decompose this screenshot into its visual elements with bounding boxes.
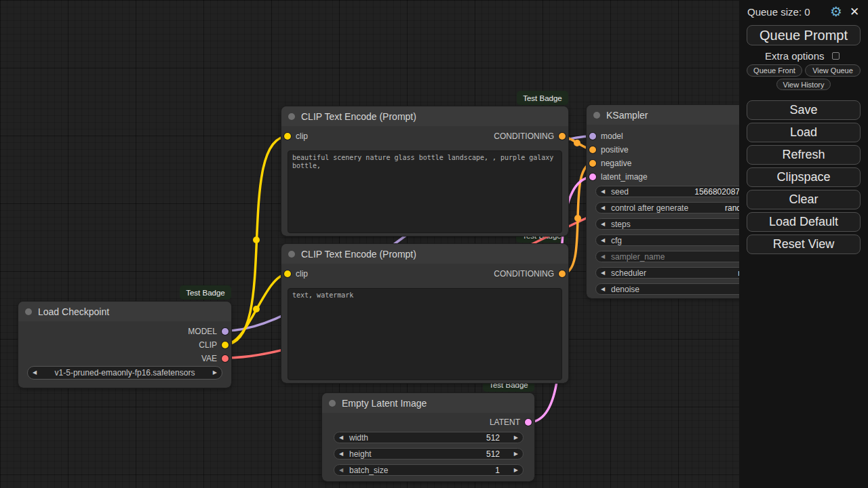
- prev-arrow-icon[interactable]: ◀: [33, 370, 37, 375]
- load-button[interactable]: Load: [747, 123, 861, 142]
- link-midpoint-dot: [253, 237, 260, 243]
- conditioning-slot-dot[interactable]: [559, 133, 566, 140]
- output-slot-conditioning[interactable]: CONDITIONING: [494, 129, 566, 143]
- model-slot-dot[interactable]: [222, 328, 229, 335]
- clip-slot-dot[interactable]: [222, 342, 229, 348]
- widget-label: scheduler: [611, 268, 646, 278]
- prompt-text-area[interactable]: beautiful scenery nature glass bottle la…: [288, 150, 562, 233]
- latent-slot-dot[interactable]: [589, 174, 596, 180]
- clear-button[interactable]: Clear: [747, 190, 861, 209]
- slot-label: model: [601, 131, 623, 141]
- slot-label: LATENT: [490, 418, 520, 427]
- input-slot-clip[interactable]: clip: [284, 129, 308, 143]
- load-default-button[interactable]: Load Default: [747, 212, 861, 232]
- clipspace-button[interactable]: Clipspace: [747, 167, 861, 187]
- prev-arrow-icon[interactable]: ◀: [601, 270, 605, 276]
- conditioning-slot-dot[interactable]: [559, 270, 566, 277]
- slot-label: clip: [296, 131, 308, 141]
- collapse-dot-icon[interactable]: [329, 400, 336, 407]
- node-title-bar[interactable]: CLIP Text Encode (Prompt): [281, 244, 568, 264]
- extra-options-checkbox[interactable]: [832, 52, 840, 60]
- queue-size-label: Queue size: 0: [747, 6, 810, 18]
- node-title-bar[interactable]: CLIP Text Encode (Prompt): [281, 106, 568, 126]
- slot-label: CLIP: [199, 340, 217, 350]
- collapse-dot-icon[interactable]: [25, 308, 32, 315]
- clip-slot-dot[interactable]: [284, 270, 291, 277]
- ckpt-name-combo-widget[interactable]: ◀ v1-5-pruned-emaonly-fp16.safetensors ▶: [27, 366, 222, 380]
- output-slot-vae[interactable]: VAE: [201, 352, 229, 365]
- widget-label: batch_size: [349, 466, 388, 475]
- conditioning-slot-dot[interactable]: [589, 160, 596, 167]
- collapse-dot-icon[interactable]: [288, 251, 295, 258]
- prev-arrow-icon[interactable]: ◀: [601, 205, 605, 211]
- widget-value: 1: [495, 466, 500, 475]
- save-button[interactable]: Save: [747, 100, 861, 120]
- collapse-dot-icon[interactable]: [288, 113, 295, 120]
- input-slot-negative[interactable]: negative: [589, 157, 631, 170]
- test-badge: Test Badge: [180, 285, 231, 300]
- link-midpoint-dot: [253, 306, 260, 312]
- prev-arrow-icon[interactable]: ◀: [339, 468, 343, 473]
- next-arrow-icon[interactable]: ▶: [514, 435, 518, 441]
- prev-arrow-icon[interactable]: ◀: [339, 451, 343, 457]
- node-empty-latent-image[interactable]: Empty Latent Image LATENT ◀ width 512 ▶ …: [322, 393, 534, 481]
- input-slot-model[interactable]: model: [589, 129, 623, 143]
- batch-size-widget[interactable]: ◀ batch_size 1 ▶: [334, 464, 524, 476]
- queue-front-button[interactable]: Queue Front: [747, 64, 802, 77]
- next-arrow-icon[interactable]: ▶: [514, 451, 518, 457]
- view-queue-button[interactable]: View Queue: [805, 64, 861, 77]
- width-widget[interactable]: ◀ width 512 ▶: [334, 432, 524, 443]
- output-slot-conditioning[interactable]: CONDITIONING: [494, 267, 566, 281]
- node-title: CLIP Text Encode (Prompt): [301, 111, 416, 122]
- prev-arrow-icon[interactable]: ◀: [601, 222, 605, 227]
- prev-arrow-icon[interactable]: ◀: [601, 287, 605, 292]
- widget-label: width: [349, 433, 368, 443]
- link-midpoint-dot: [574, 140, 580, 146]
- widget-label: denoise: [611, 285, 639, 294]
- next-arrow-icon[interactable]: ▶: [213, 370, 217, 375]
- slot-label: CONDITIONING: [494, 131, 554, 141]
- vae-slot-dot[interactable]: [222, 355, 229, 362]
- refresh-button[interactable]: Refresh: [747, 145, 861, 165]
- node-clip-text-encode-negative[interactable]: CLIP Text Encode (Prompt) clip CONDITION…: [281, 244, 568, 383]
- node-editor-canvas[interactable]: Test Badge Test Badge Test Badge Test Ba…: [0, 0, 868, 488]
- collapse-dot-icon[interactable]: [593, 112, 600, 119]
- input-slot-latent-image[interactable]: latent_image: [589, 170, 648, 184]
- node-title: Empty Latent Image: [342, 398, 427, 409]
- prev-arrow-icon[interactable]: ◀: [601, 238, 605, 243]
- prev-arrow-icon[interactable]: ◀: [601, 189, 605, 195]
- input-slot-positive[interactable]: positive: [589, 143, 629, 157]
- link-midpoint-dot: [574, 215, 581, 222]
- slot-label: negative: [601, 159, 631, 168]
- wire-clip-positive: [225, 136, 288, 344]
- node-title: CLIP Text Encode (Prompt): [301, 249, 416, 260]
- node-clip-text-encode-positive[interactable]: CLIP Text Encode (Prompt) clip CONDITION…: [281, 106, 568, 236]
- test-badge: Test Badge: [517, 91, 568, 105]
- prev-arrow-icon[interactable]: ◀: [339, 435, 343, 441]
- node-load-checkpoint[interactable]: Load Checkpoint MODEL CLIP VAE ◀ v1-5-pr…: [18, 302, 231, 388]
- next-arrow-icon[interactable]: ▶: [514, 468, 518, 473]
- output-slot-latent[interactable]: LATENT: [490, 415, 532, 429]
- close-icon[interactable]: ✕: [850, 5, 859, 19]
- output-slot-clip[interactable]: CLIP: [199, 338, 229, 352]
- latent-slot-dot[interactable]: [525, 419, 532, 426]
- height-widget[interactable]: ◀ height 512 ▶: [334, 448, 524, 460]
- node-title-bar[interactable]: Empty Latent Image: [322, 393, 534, 413]
- settings-gear-icon[interactable]: ⚙: [830, 3, 842, 20]
- clip-slot-dot[interactable]: [284, 133, 291, 140]
- reset-view-button[interactable]: Reset View: [747, 235, 861, 254]
- prev-arrow-icon[interactable]: ◀: [601, 254, 605, 260]
- slot-label: positive: [601, 145, 629, 155]
- widget-label: cfg: [611, 236, 622, 245]
- model-slot-dot[interactable]: [589, 133, 596, 140]
- queue-prompt-button[interactable]: Queue Prompt: [747, 25, 861, 45]
- widget-label: steps: [611, 220, 631, 229]
- comfy-menu-panel: Queue size: 0 ⚙ ✕ Queue Prompt Extra opt…: [739, 0, 868, 488]
- ckpt-name-value: v1-5-pruned-emaonly-fp16.safetensors: [41, 368, 208, 378]
- view-history-button[interactable]: View History: [776, 79, 831, 90]
- node-title-bar[interactable]: Load Checkpoint: [18, 302, 231, 321]
- input-slot-clip[interactable]: clip: [284, 267, 308, 281]
- conditioning-slot-dot[interactable]: [589, 146, 596, 153]
- output-slot-model[interactable]: MODEL: [188, 325, 229, 338]
- prompt-text-area[interactable]: text, watermark: [288, 288, 562, 380]
